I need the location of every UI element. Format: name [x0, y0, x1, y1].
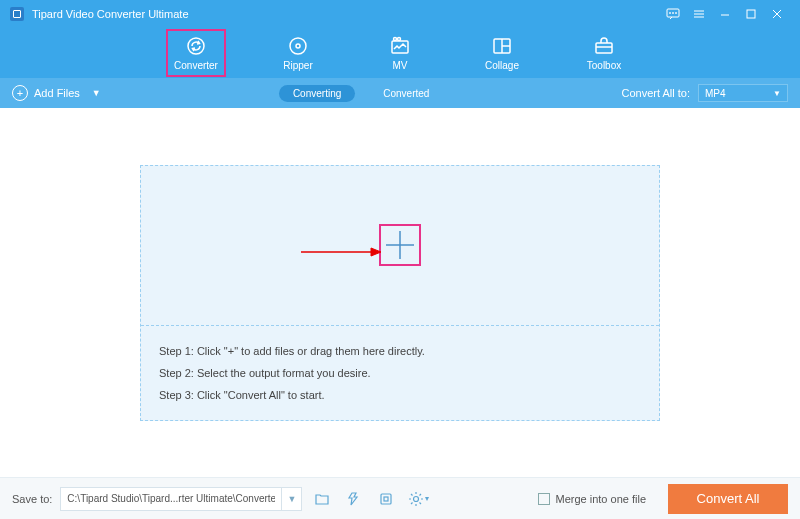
tab-label: Converter: [174, 60, 218, 71]
menu-icon[interactable]: [686, 0, 712, 28]
add-files-plus-button[interactable]: [379, 224, 421, 266]
feedback-icon[interactable]: [660, 0, 686, 28]
open-folder-button[interactable]: [310, 487, 334, 511]
tab-ripper[interactable]: Ripper: [268, 29, 328, 77]
svg-rect-20: [596, 43, 612, 53]
tab-collage[interactable]: Collage: [472, 29, 532, 77]
svg-point-1: [670, 13, 671, 14]
toolbox-icon: [593, 35, 615, 57]
toolbar: + Add Files ▼ Converting Converted Conve…: [0, 78, 800, 108]
save-path-field[interactable]: ▼: [60, 487, 302, 511]
close-button[interactable]: [764, 0, 790, 28]
tab-label: MV: [393, 60, 408, 71]
svg-rect-27: [384, 497, 388, 501]
tab-toolbox[interactable]: Toolbox: [574, 29, 634, 77]
tab-label: Collage: [485, 60, 519, 71]
checkbox-icon: [538, 493, 550, 505]
minimize-button[interactable]: [712, 0, 738, 28]
svg-point-16: [398, 38, 401, 41]
chevron-down-icon: ▼: [773, 89, 781, 98]
annotation-arrow-icon: [301, 244, 381, 262]
svg-point-13: [296, 44, 300, 48]
tab-converter[interactable]: Converter: [166, 29, 226, 77]
svg-rect-26: [381, 494, 391, 504]
tab-converted[interactable]: Converted: [369, 85, 443, 102]
ripper-icon: [287, 35, 309, 57]
chevron-down-icon: ▼: [92, 88, 101, 98]
hardware-accel-button[interactable]: [374, 487, 398, 511]
tab-converting[interactable]: Converting: [279, 85, 355, 102]
svg-point-12: [290, 38, 306, 54]
tab-label: Toolbox: [587, 60, 621, 71]
drop-target[interactable]: [141, 166, 659, 326]
merge-checkbox[interactable]: Merge into one file: [538, 493, 647, 505]
maximize-button[interactable]: [738, 0, 764, 28]
app-title: Tipard Video Converter Ultimate: [32, 8, 189, 20]
save-to-label: Save to:: [12, 493, 52, 505]
plus-circle-icon: +: [12, 85, 28, 101]
merge-label: Merge into one file: [556, 493, 647, 505]
add-files-button[interactable]: + Add Files ▼: [12, 85, 101, 101]
svg-point-28: [413, 496, 418, 501]
svg-point-3: [676, 13, 677, 14]
svg-point-15: [394, 38, 397, 41]
svg-marker-23: [371, 248, 381, 256]
convert-all-button[interactable]: Convert All: [668, 484, 788, 514]
svg-point-11: [188, 38, 204, 54]
output-format-select[interactable]: MP4 ▼: [698, 84, 788, 102]
add-files-label: Add Files: [34, 87, 80, 99]
footer: Save to: ▼ ▾ Merge into one file Convert…: [0, 477, 800, 519]
save-path-input[interactable]: [61, 493, 281, 504]
step-3-text: Step 3: Click "Convert All" to start.: [159, 384, 641, 406]
main-nav: Converter Ripper MV Collage Toolbox: [0, 28, 800, 78]
shutdown-toggle-button[interactable]: [342, 487, 366, 511]
svg-point-2: [673, 13, 674, 14]
step-2-text: Step 2: Select the output format you des…: [159, 362, 641, 384]
svg-rect-8: [747, 10, 755, 18]
drop-zone[interactable]: Step 1: Click "+" to add files or drag t…: [140, 165, 660, 421]
settings-button[interactable]: ▾: [406, 487, 430, 511]
instructions: Step 1: Click "+" to add files or drag t…: [141, 326, 659, 420]
step-1-text: Step 1: Click "+" to add files or drag t…: [159, 340, 641, 362]
titlebar: Tipard Video Converter Ultimate: [0, 0, 800, 28]
tab-label: Ripper: [283, 60, 312, 71]
output-format-value: MP4: [705, 88, 726, 99]
save-path-dropdown[interactable]: ▼: [281, 487, 301, 511]
main-area: Step 1: Click "+" to add files or drag t…: [0, 108, 800, 477]
app-logo-icon: [10, 7, 24, 21]
converter-icon: [185, 35, 207, 57]
mv-icon: [389, 35, 411, 57]
collage-icon: [491, 35, 513, 57]
convert-all-to-label: Convert All to:: [622, 87, 690, 99]
tab-mv[interactable]: MV: [370, 29, 430, 77]
